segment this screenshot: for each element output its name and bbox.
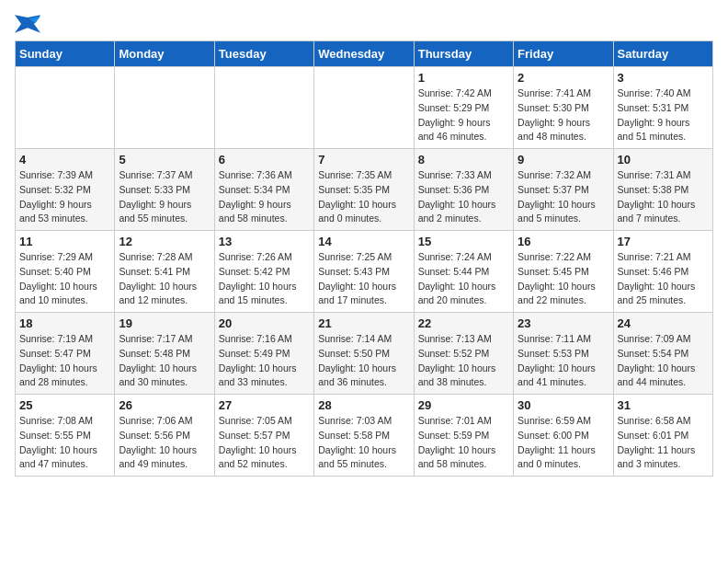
- calendar-cell: 15Sunrise: 7:24 AMSunset: 5:44 PMDayligh…: [414, 231, 513, 313]
- day-number: 29: [418, 398, 509, 412]
- day-number: 19: [119, 316, 210, 330]
- calendar-cell: 30Sunrise: 6:59 AMSunset: 6:00 PMDayligh…: [514, 395, 613, 477]
- day-number: 31: [618, 398, 709, 412]
- day-info: Sunrise: 7:25 AMSunset: 5:43 PMDaylight:…: [318, 250, 409, 308]
- calendar-cell: 26Sunrise: 7:06 AMSunset: 5:56 PMDayligh…: [115, 395, 214, 477]
- calendar-cell: 10Sunrise: 7:31 AMSunset: 5:38 PMDayligh…: [613, 149, 712, 231]
- day-number: 14: [318, 235, 409, 248]
- day-of-week-tuesday: Tuesday: [214, 41, 313, 67]
- calendar-cell: 8Sunrise: 7:33 AMSunset: 5:36 PMDaylight…: [414, 149, 513, 231]
- day-info: Sunrise: 7:01 AMSunset: 5:59 PMDaylight:…: [418, 414, 509, 472]
- calendar-cell: 4Sunrise: 7:39 AMSunset: 5:32 PMDaylight…: [16, 149, 115, 231]
- day-info: Sunrise: 7:39 AMSunset: 5:32 PMDaylight:…: [19, 168, 110, 226]
- logo-icon: [15, 15, 40, 33]
- day-info: Sunrise: 7:28 AMSunset: 5:41 PMDaylight:…: [119, 250, 210, 308]
- calendar-cell: 14Sunrise: 7:25 AMSunset: 5:43 PMDayligh…: [314, 231, 414, 313]
- calendar-cell: 21Sunrise: 7:14 AMSunset: 5:50 PMDayligh…: [314, 313, 414, 395]
- day-of-week-saturday: Saturday: [613, 41, 712, 67]
- day-info: Sunrise: 7:17 AMSunset: 5:48 PMDaylight:…: [119, 332, 210, 390]
- day-info: Sunrise: 7:24 AMSunset: 5:44 PMDaylight:…: [418, 250, 509, 308]
- calendar-cell: 1Sunrise: 7:42 AMSunset: 5:29 PMDaylight…: [414, 67, 513, 149]
- logo: [15, 15, 44, 33]
- calendar-week-row: 11Sunrise: 7:29 AMSunset: 5:40 PMDayligh…: [16, 231, 713, 313]
- calendar-cell: 22Sunrise: 7:13 AMSunset: 5:52 PMDayligh…: [414, 313, 513, 395]
- day-number: 22: [418, 316, 509, 330]
- calendar-cell: 9Sunrise: 7:32 AMSunset: 5:37 PMDaylight…: [514, 149, 613, 231]
- calendar-cell: 31Sunrise: 6:58 AMSunset: 6:01 PMDayligh…: [613, 395, 712, 477]
- day-number: 6: [219, 153, 310, 167]
- calendar-table: SundayMondayTuesdayWednesdayThursdayFrid…: [15, 40, 713, 477]
- day-number: 16: [518, 235, 609, 248]
- day-info: Sunrise: 7:05 AMSunset: 5:57 PMDaylight:…: [219, 414, 310, 472]
- calendar-cell: 18Sunrise: 7:19 AMSunset: 5:47 PMDayligh…: [16, 313, 115, 395]
- day-number: 28: [318, 398, 409, 412]
- day-number: 5: [119, 153, 210, 167]
- day-number: 7: [318, 153, 409, 167]
- calendar-cell: 28Sunrise: 7:03 AMSunset: 5:58 PMDayligh…: [314, 395, 414, 477]
- day-info: Sunrise: 7:37 AMSunset: 5:33 PMDaylight:…: [119, 168, 210, 226]
- day-info: Sunrise: 7:41 AMSunset: 5:30 PMDaylight:…: [518, 86, 609, 144]
- day-number: 3: [618, 71, 709, 85]
- day-of-week-friday: Friday: [514, 41, 613, 67]
- day-number: 12: [119, 235, 210, 248]
- day-number: 13: [219, 235, 310, 248]
- calendar-cell: 20Sunrise: 7:16 AMSunset: 5:49 PMDayligh…: [214, 313, 313, 395]
- day-number: 23: [518, 316, 609, 330]
- day-number: 27: [219, 398, 310, 412]
- day-number: 18: [19, 316, 110, 330]
- day-number: 26: [119, 398, 210, 412]
- day-info: Sunrise: 7:13 AMSunset: 5:52 PMDaylight:…: [418, 332, 509, 390]
- day-number: 11: [19, 235, 110, 248]
- calendar-week-row: 25Sunrise: 7:08 AMSunset: 5:55 PMDayligh…: [16, 395, 713, 477]
- page-header: [15, 15, 713, 33]
- day-number: 24: [618, 316, 709, 330]
- calendar-cell: 25Sunrise: 7:08 AMSunset: 5:55 PMDayligh…: [16, 395, 115, 477]
- day-info: Sunrise: 7:16 AMSunset: 5:49 PMDaylight:…: [219, 332, 310, 390]
- day-info: Sunrise: 6:59 AMSunset: 6:00 PMDaylight:…: [518, 414, 609, 472]
- calendar-cell: 3Sunrise: 7:40 AMSunset: 5:31 PMDaylight…: [613, 67, 712, 149]
- day-info: Sunrise: 7:33 AMSunset: 5:36 PMDaylight:…: [418, 168, 509, 226]
- day-number: 8: [418, 153, 509, 167]
- day-info: Sunrise: 7:40 AMSunset: 5:31 PMDaylight:…: [618, 86, 709, 144]
- day-info: Sunrise: 7:06 AMSunset: 5:56 PMDaylight:…: [119, 414, 210, 472]
- calendar-header-row: SundayMondayTuesdayWednesdayThursdayFrid…: [16, 41, 713, 67]
- calendar-cell: 2Sunrise: 7:41 AMSunset: 5:30 PMDaylight…: [514, 67, 613, 149]
- calendar-cell: 23Sunrise: 7:11 AMSunset: 5:53 PMDayligh…: [514, 313, 613, 395]
- calendar-cell: [115, 67, 214, 149]
- day-info: Sunrise: 7:11 AMSunset: 5:53 PMDaylight:…: [518, 332, 609, 390]
- calendar-cell: [16, 67, 115, 149]
- calendar-cell: 19Sunrise: 7:17 AMSunset: 5:48 PMDayligh…: [115, 313, 214, 395]
- day-info: Sunrise: 7:36 AMSunset: 5:34 PMDaylight:…: [219, 168, 310, 226]
- calendar-cell: 16Sunrise: 7:22 AMSunset: 5:45 PMDayligh…: [514, 231, 613, 313]
- day-number: 4: [19, 153, 110, 167]
- calendar-cell: 11Sunrise: 7:29 AMSunset: 5:40 PMDayligh…: [16, 231, 115, 313]
- day-info: Sunrise: 7:21 AMSunset: 5:46 PMDaylight:…: [618, 250, 709, 308]
- day-info: Sunrise: 7:29 AMSunset: 5:40 PMDaylight:…: [19, 250, 110, 308]
- day-number: 1: [418, 71, 509, 85]
- day-number: 21: [318, 316, 409, 330]
- day-info: Sunrise: 7:09 AMSunset: 5:54 PMDaylight:…: [618, 332, 709, 390]
- day-info: Sunrise: 7:14 AMSunset: 5:50 PMDaylight:…: [318, 332, 409, 390]
- day-info: Sunrise: 7:42 AMSunset: 5:29 PMDaylight:…: [418, 86, 509, 144]
- day-info: Sunrise: 7:03 AMSunset: 5:58 PMDaylight:…: [318, 414, 409, 472]
- calendar-cell: 27Sunrise: 7:05 AMSunset: 5:57 PMDayligh…: [214, 395, 313, 477]
- calendar-cell: 7Sunrise: 7:35 AMSunset: 5:35 PMDaylight…: [314, 149, 414, 231]
- calendar-cell: 29Sunrise: 7:01 AMSunset: 5:59 PMDayligh…: [414, 395, 513, 477]
- day-info: Sunrise: 6:58 AMSunset: 6:01 PMDaylight:…: [618, 414, 709, 472]
- day-number: 30: [518, 398, 609, 412]
- day-number: 20: [219, 316, 310, 330]
- day-of-week-thursday: Thursday: [414, 41, 513, 67]
- calendar-cell: 5Sunrise: 7:37 AMSunset: 5:33 PMDaylight…: [115, 149, 214, 231]
- day-info: Sunrise: 7:31 AMSunset: 5:38 PMDaylight:…: [618, 168, 709, 226]
- calendar-week-row: 4Sunrise: 7:39 AMSunset: 5:32 PMDaylight…: [16, 149, 713, 231]
- day-info: Sunrise: 7:32 AMSunset: 5:37 PMDaylight:…: [518, 168, 609, 226]
- day-info: Sunrise: 7:22 AMSunset: 5:45 PMDaylight:…: [518, 250, 609, 308]
- day-of-week-wednesday: Wednesday: [314, 41, 414, 67]
- day-number: 10: [618, 153, 709, 167]
- day-info: Sunrise: 7:26 AMSunset: 5:42 PMDaylight:…: [219, 250, 310, 308]
- calendar-cell: 17Sunrise: 7:21 AMSunset: 5:46 PMDayligh…: [613, 231, 712, 313]
- calendar-cell: [214, 67, 313, 149]
- day-number: 17: [618, 235, 709, 248]
- day-info: Sunrise: 7:08 AMSunset: 5:55 PMDaylight:…: [19, 414, 110, 472]
- calendar-week-row: 1Sunrise: 7:42 AMSunset: 5:29 PMDaylight…: [16, 67, 713, 149]
